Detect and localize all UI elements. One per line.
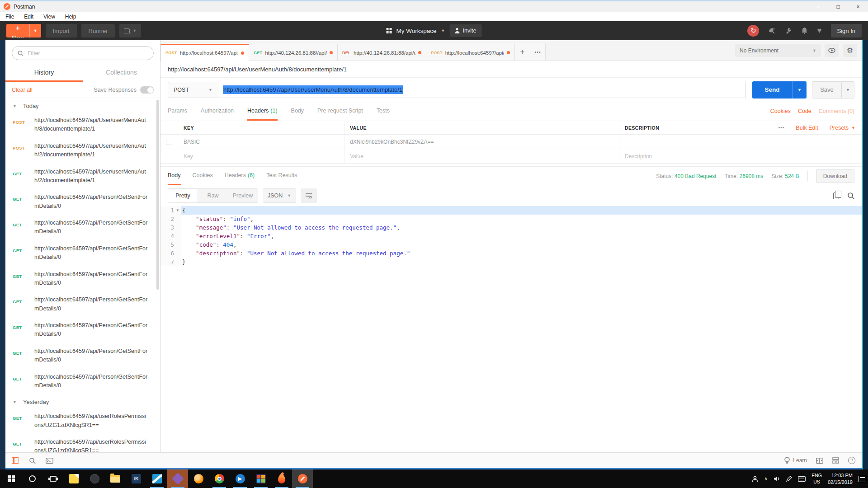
history-item[interactable]: GEThttp://localhost:64597/api/Person/Get… [5, 369, 160, 394]
language-selector[interactable]: JSON ▼ [263, 188, 296, 203]
save-responses-toggle[interactable] [140, 86, 154, 94]
taskbar-photos-icon[interactable] [250, 469, 271, 488]
wrap-text-button[interactable] [301, 188, 317, 203]
key-placeholder[interactable]: Key [178, 149, 344, 163]
toggle-sidebar-button[interactable] [12, 457, 19, 464]
request-tab[interactable]: GEThttp://40.124.26.81:88//api/userf [249, 43, 338, 61]
new-button[interactable]: +New ▼ [6, 24, 41, 38]
menu-file[interactable]: File [5, 14, 15, 20]
history-item[interactable]: GEThttp://localhost:64597/api/Person/Get… [5, 266, 160, 292]
taskbar-mail-icon[interactable]: ✉ [126, 469, 146, 488]
environment-preview-button[interactable] [825, 44, 839, 57]
search-footer-button[interactable] [29, 457, 36, 464]
history-item[interactable]: GEThttp://localhost:64597/api/Person/Get… [5, 240, 160, 266]
touch-keyboard-icon[interactable] [798, 476, 806, 482]
taskbar-flame-icon[interactable] [271, 469, 292, 488]
sync-icon[interactable]: ↻ [747, 25, 759, 37]
response-tab-body[interactable]: Body [168, 167, 181, 185]
description-placeholder[interactable]: Description [619, 149, 862, 163]
add-tab-button[interactable]: + [515, 43, 530, 61]
settings-button[interactable]: ⚙ [843, 44, 857, 57]
heart-icon[interactable]: ♥ [817, 26, 821, 35]
view-mode-preview[interactable]: Preview [228, 189, 258, 202]
comments-link[interactable]: Comments (0) [819, 108, 854, 114]
search-body-icon[interactable] [847, 192, 854, 199]
download-button[interactable]: Download [816, 169, 854, 183]
send-options-caret-icon[interactable]: ▼ [792, 81, 807, 99]
tab-headers[interactable]: Headers(1) [247, 102, 278, 121]
method-selector[interactable]: POST ▼ [168, 82, 218, 98]
menu-edit[interactable]: Edit [23, 14, 34, 20]
row-checkbox[interactable] [166, 139, 172, 145]
taskbar-chrome-icon[interactable] [209, 469, 230, 488]
save-options-caret-icon[interactable]: ▼ [842, 81, 854, 99]
taskbar-taskview-icon[interactable] [42, 469, 63, 488]
taskbar-cortana-icon[interactable] [22, 469, 42, 488]
volume-icon[interactable] [774, 476, 780, 482]
history-item[interactable]: GEThttp://localhost:64597/api/User/userM… [5, 164, 160, 189]
more-options-icon[interactable]: ••• [778, 125, 785, 130]
sidebar-scrollbar[interactable] [156, 100, 159, 290]
menu-help[interactable]: Help [64, 14, 77, 20]
open-new-window-button[interactable]: ▼ [119, 24, 141, 38]
new-header-row[interactable]: Key Value Description [160, 149, 862, 164]
clear-all-link[interactable]: Clear all [12, 87, 33, 93]
invite-button[interactable]: Invite [450, 24, 482, 37]
maximize-icon[interactable]: □ [828, 1, 848, 12]
tab-authorization[interactable]: Authorization [201, 102, 234, 121]
two-pane-view-button[interactable] [816, 458, 823, 464]
taskbar-visualstudio-icon[interactable] [167, 469, 188, 488]
history-item[interactable]: POSThttp://localhost:64597/api/User/user… [5, 112, 160, 138]
taskbar-start-icon[interactable] [1, 469, 22, 488]
language-indicator[interactable]: ENG US [811, 473, 822, 484]
import-button[interactable]: Import [46, 24, 77, 38]
clock[interactable]: 12:03 PM 02/15/2019 [828, 472, 853, 485]
taskbar-firefox-icon[interactable] [188, 469, 209, 488]
history-item[interactable]: GEThttp://localhost:64597/api/Person/Get… [5, 189, 160, 215]
environment-selector[interactable]: No Environment ▼ [735, 44, 821, 57]
tab-pre-request-script[interactable]: Pre-request Script [317, 102, 363, 121]
taskbar-explorer-icon[interactable] [105, 469, 126, 488]
people-icon[interactable] [752, 476, 758, 482]
request-tab[interactable]: POSThttp://localhost:64597/api/setU [426, 43, 515, 61]
tab-collections[interactable]: Collections [83, 65, 160, 82]
response-tab-cookies[interactable]: Cookies [193, 167, 213, 185]
header-value-cell[interactable]: dXNlcl9nb29kOnBhc3NfZ29vZA== [344, 135, 619, 149]
runner-button[interactable]: Runner [81, 24, 115, 38]
history-item[interactable]: GEThttp://localhost:64597/api/Person/Get… [5, 215, 160, 240]
history-item[interactable]: GEThttp://localhost:64597/api/userRolesP… [5, 434, 160, 452]
filter-box[interactable] [12, 46, 154, 60]
history-item[interactable]: POSThttp://localhost:64597/api/User/user… [5, 138, 160, 164]
save-button[interactable]: Save [812, 81, 842, 99]
header-description-cell[interactable] [619, 135, 862, 149]
menu-view[interactable]: View [42, 14, 56, 20]
notification-center-icon[interactable] [859, 476, 866, 482]
response-tab-test-results[interactable]: Test Results [266, 167, 297, 185]
send-button[interactable]: Send [752, 81, 792, 99]
taskbar-vscode-icon[interactable] [146, 469, 167, 488]
url-input[interactable]: http://localhost:64597/api/User/userMenu… [218, 82, 746, 98]
request-tab[interactable]: DELhttp://40.124.26.81:88/api/users/ [338, 43, 426, 61]
help-icon[interactable]: ? [848, 457, 855, 464]
request-tab[interactable]: POSThttp://localhost:64597/api/User [160, 44, 249, 61]
history-item[interactable]: GEThttp://localhost:64597/api/userRolesP… [5, 408, 160, 434]
history-item[interactable]: GEThttp://localhost:64597/api/Person/Get… [5, 291, 160, 317]
satellite-icon[interactable] [768, 27, 776, 35]
header-row[interactable]: BASIC dXNlcl9nb29kOnBhc3NfZ29vZA== [160, 135, 862, 149]
bulk-edit-link[interactable]: Bulk Edit [796, 125, 818, 131]
filter-input[interactable] [28, 50, 148, 56]
sign-in-button[interactable]: Sign In [831, 24, 862, 38]
bell-icon[interactable] [801, 27, 808, 34]
tab-tests[interactable]: Tests [377, 102, 390, 121]
value-placeholder[interactable]: Value [344, 149, 619, 163]
response-tab-headers[interactable]: Headers(6) [225, 167, 255, 185]
taskbar-postman-icon[interactable] [292, 469, 313, 488]
pen-icon[interactable] [786, 476, 792, 482]
minimize-icon[interactable]: – [808, 1, 828, 12]
copy-icon[interactable] [833, 192, 839, 199]
tab-history[interactable]: History [5, 65, 83, 82]
wrench-icon[interactable] [785, 27, 792, 34]
taskbar-darkapp-icon[interactable] [84, 469, 105, 488]
learn-button[interactable]: Learn [784, 457, 807, 464]
history-item[interactable]: GEThttp://localhost:64597/api/Person/Get… [5, 317, 160, 343]
